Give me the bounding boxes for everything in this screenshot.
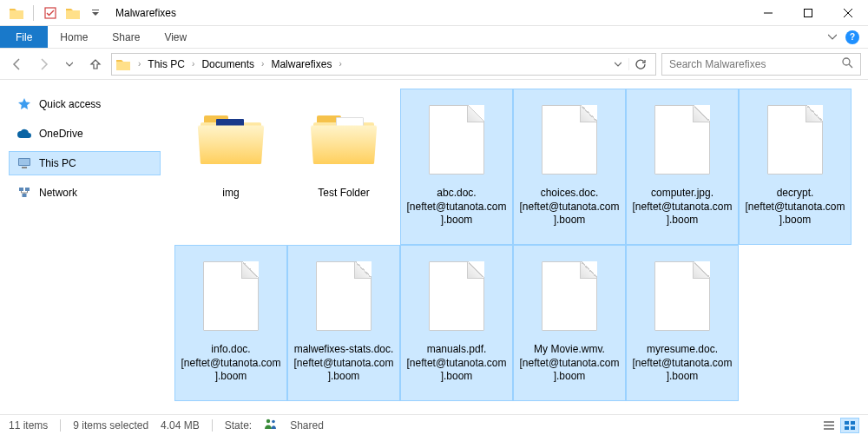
- recent-locations-button[interactable]: [59, 54, 80, 75]
- large-icons-view-button[interactable]: [840, 418, 859, 433]
- breadcrumb-this-pc[interactable]: This PC: [144, 58, 188, 70]
- title-bar: Malwarefixes: [0, 0, 868, 26]
- sidebar-item-onedrive[interactable]: OneDrive: [9, 122, 161, 146]
- svg-rect-12: [824, 421, 834, 423]
- file-item[interactable]: myresume.doc.[neftet@tutanota.com].boom: [626, 245, 739, 401]
- file-list[interactable]: imgTest Folderabc.doc.[neftet@tutanota.c…: [169, 80, 868, 414]
- folder-icon: [196, 98, 266, 181]
- tab-share[interactable]: Share: [100, 26, 152, 48]
- close-button[interactable]: [828, 0, 868, 26]
- file-item[interactable]: computer.jpg.[neftet@tutanota.com].boom: [626, 89, 739, 245]
- file-icon: [422, 98, 491, 181]
- file-item[interactable]: malwefixes-stats.doc.[neftet@tutanota.co…: [287, 245, 400, 401]
- status-state-label: State:: [225, 419, 252, 432]
- folder-icon: [309, 98, 378, 181]
- svg-rect-17: [845, 426, 849, 430]
- sidebar-item-this-pc[interactable]: This PC: [9, 151, 161, 175]
- item-label: My Movie.wmv.[neftet@tutanota.com].boom: [517, 343, 621, 384]
- file-icon: [422, 254, 491, 338]
- folder-item[interactable]: img: [174, 89, 287, 245]
- sidebar-item-network[interactable]: Network: [9, 181, 161, 205]
- item-label: info.doc.[neftet@tutanota.com].boom: [179, 343, 283, 384]
- sidebar-label: Network: [39, 187, 77, 199]
- svg-rect-1: [92, 10, 99, 10]
- svg-rect-8: [25, 188, 30, 191]
- chevron-right-icon[interactable]: ›: [260, 59, 266, 69]
- svg-rect-16: [851, 421, 855, 425]
- chevron-right-icon[interactable]: ›: [190, 59, 196, 69]
- pc-icon: [16, 155, 32, 171]
- svg-point-10: [266, 419, 270, 423]
- quick-access-toolbar: [0, 3, 112, 23]
- file-icon: [535, 98, 604, 181]
- chevron-right-icon[interactable]: ›: [136, 59, 142, 69]
- svg-rect-5: [19, 159, 30, 165]
- file-icon: [196, 254, 266, 338]
- navigation-pane: Quick access OneDrive This PC Network: [0, 80, 169, 414]
- ribbon: File Home Share View ?: [0, 26, 868, 49]
- search-placeholder: Search Malwarefixes: [669, 58, 766, 70]
- item-label: manuals.pdf.[neftet@tutanota.com].boom: [404, 343, 509, 384]
- status-selected-size: 4.04 MB: [161, 419, 200, 432]
- file-item[interactable]: manuals.pdf.[neftet@tutanota.com].boom: [400, 245, 513, 401]
- breadcrumb-current[interactable]: Malwarefixes: [267, 58, 335, 70]
- item-label: malwefixes-stats.doc.[neftet@tutanota.co…: [292, 343, 396, 384]
- item-label: myresume.doc.[neftet@tutanota.com].boom: [630, 343, 734, 384]
- qat-dropdown-button[interactable]: [86, 3, 105, 23]
- separator: [60, 419, 61, 432]
- minimize-button[interactable]: [748, 0, 788, 26]
- up-button[interactable]: [85, 54, 106, 75]
- address-bar[interactable]: › This PC › Documents › Malwarefixes ›: [111, 53, 656, 76]
- sidebar-label: OneDrive: [39, 128, 83, 140]
- cloud-icon: [16, 126, 32, 142]
- svg-rect-7: [19, 188, 23, 191]
- status-bar: 11 items 9 items selected 4.04 MB State:…: [0, 414, 868, 435]
- window-title: Malwarefixes: [115, 7, 176, 19]
- qat-new-folder-button[interactable]: [63, 3, 82, 23]
- file-item[interactable]: choices.doc.[neftet@tutanota.com].boom: [513, 89, 626, 245]
- svg-point-3: [843, 58, 850, 65]
- search-box[interactable]: Search Malwarefixes: [661, 53, 861, 76]
- svg-rect-0: [45, 8, 56, 18]
- item-label: choices.doc.[neftet@tutanota.com].boom: [517, 187, 621, 227]
- network-icon: [16, 185, 32, 201]
- folder-item[interactable]: Test Folder: [287, 89, 400, 245]
- svg-rect-14: [824, 428, 834, 430]
- back-button[interactable]: [7, 54, 28, 75]
- sidebar-label: This PC: [39, 157, 76, 169]
- tab-home[interactable]: Home: [48, 26, 100, 48]
- file-icon: [309, 254, 378, 338]
- item-label: decrypt.[neftet@tutanota.com].boom: [743, 187, 847, 227]
- svg-rect-9: [23, 194, 27, 197]
- svg-point-11: [272, 420, 275, 424]
- svg-rect-15: [845, 421, 849, 425]
- people-icon: [264, 419, 278, 432]
- tab-view[interactable]: View: [152, 26, 199, 48]
- file-icon: [648, 98, 717, 181]
- file-item[interactable]: My Movie.wmv.[neftet@tutanota.com].boom: [513, 245, 626, 401]
- item-label: Test Folder: [316, 187, 371, 201]
- svg-rect-6: [22, 167, 27, 168]
- file-item[interactable]: info.doc.[neftet@tutanota.com].boom: [174, 245, 287, 401]
- file-icon: [648, 254, 717, 338]
- folder-icon: [115, 57, 131, 71]
- maximize-button[interactable]: [788, 0, 828, 26]
- status-item-count: 11 items: [9, 419, 48, 432]
- expand-ribbon-button[interactable]: [828, 31, 837, 43]
- chevron-right-icon[interactable]: ›: [337, 59, 343, 69]
- qat-properties-button[interactable]: [41, 3, 60, 23]
- item-label: computer.jpg.[neftet@tutanota.com].boom: [630, 187, 734, 227]
- refresh-button[interactable]: [628, 58, 652, 70]
- file-tab[interactable]: File: [0, 26, 48, 48]
- address-dropdown-button[interactable]: [615, 58, 621, 70]
- help-button[interactable]: ?: [845, 30, 859, 44]
- file-item[interactable]: abc.doc.[neftet@tutanota.com].boom: [400, 89, 513, 245]
- details-view-button[interactable]: [819, 418, 838, 433]
- item-label: abc.doc.[neftet@tutanota.com].boom: [404, 187, 509, 227]
- separator: [33, 5, 34, 21]
- file-item[interactable]: decrypt.[neftet@tutanota.com].boom: [739, 89, 852, 245]
- sidebar-item-quick-access[interactable]: Quick access: [9, 92, 161, 116]
- forward-button[interactable]: [33, 54, 54, 75]
- file-icon: [535, 254, 604, 338]
- breadcrumb-documents[interactable]: Documents: [198, 58, 258, 70]
